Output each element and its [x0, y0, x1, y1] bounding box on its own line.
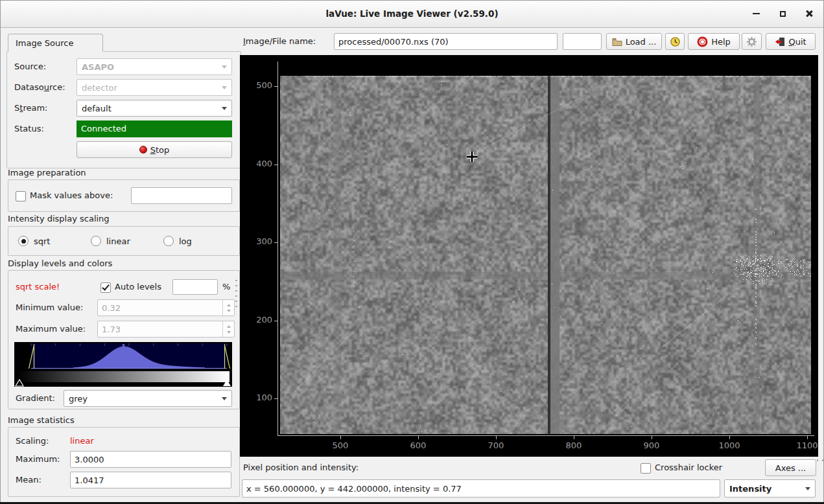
gear-icon [746, 36, 757, 47]
y-tick-label: 100 [244, 393, 272, 402]
status-badge: Connected [77, 120, 232, 137]
load-button[interactable]: Load ... [606, 33, 662, 50]
stats-scaling-value: linear [70, 433, 94, 450]
x-tick-mark [807, 436, 808, 439]
auto-levels-checkbox[interactable] [100, 282, 111, 293]
minimum-value-spinbox [97, 299, 235, 316]
maximize-icon[interactable] [775, 6, 790, 21]
x-tick-mark [496, 436, 497, 439]
image-viewport[interactable]: 10020030040050050060070080090010001100 [240, 55, 818, 457]
x-tick-label: 500 [322, 441, 359, 450]
maximum-value-label: Maximum value: [16, 321, 86, 338]
mask-values-checkbox[interactable] [16, 191, 26, 201]
spin-down-icon [223, 308, 234, 315]
display-levels-title: Display levels and colors [8, 258, 112, 269]
x-tick-mark [418, 436, 419, 439]
stats-maximum-input[interactable] [70, 451, 231, 468]
radio-label: linear [106, 236, 130, 246]
quit-icon [775, 37, 785, 47]
y-tick-mark [274, 242, 277, 243]
frame-index-input[interactable] [563, 33, 602, 50]
crosshair-cursor [465, 150, 478, 163]
y-tick-mark [274, 398, 277, 399]
auto-levels-percent-input[interactable] [172, 279, 218, 295]
chevron-down-icon [805, 487, 810, 493]
y-tick-label: 500 [244, 80, 272, 90]
datasource-combo: detector [77, 79, 232, 96]
stop-button[interactable]: Stop [77, 141, 232, 158]
x-tick-mark [574, 436, 574, 439]
x-tick-label: 1100 [789, 441, 818, 450]
maximum-value-spinbox [97, 321, 235, 338]
folder-icon [612, 38, 622, 46]
minimum-value-input [97, 299, 235, 316]
image-history-button[interactable] [665, 33, 685, 50]
stats-mean-input[interactable] [70, 472, 231, 488]
radio-linear[interactable]: linear [91, 236, 163, 246]
stream-label: Stream: [14, 100, 47, 117]
stats-mean-label: Mean: [16, 472, 41, 488]
scaling-radio-group: sqrtlinearlog [18, 236, 236, 246]
radio-label: sqrt [34, 236, 50, 246]
source-label: Source: [14, 58, 46, 75]
pixel-position-input[interactable] [242, 479, 720, 498]
display-channel-combo[interactable]: Intensity [724, 479, 816, 498]
y-tick-label: 400 [244, 159, 272, 168]
maximum-value-input [97, 321, 235, 338]
x-tick-label: 600 [400, 441, 436, 450]
x-axis-line [277, 435, 814, 436]
mask-values-input[interactable] [131, 187, 232, 204]
settings-button[interactable] [742, 33, 762, 50]
help-button[interactable]: Help [688, 33, 740, 50]
crosshair-locker-checkbox[interactable] [641, 463, 651, 474]
x-tick-label: 800 [556, 441, 592, 450]
window-title: laVue: Live Image Viewer (v2.59.0) [0, 0, 824, 27]
scale-note: sqrt scale! [16, 279, 60, 295]
tab-image-source[interactable]: Image Source [8, 34, 103, 52]
radio-log[interactable]: log [163, 236, 236, 246]
radio-circle [91, 236, 101, 246]
minimize-icon[interactable] [749, 6, 763, 21]
stats-maximum-label: Maximum: [16, 451, 60, 468]
x-tick-label: 700 [478, 441, 514, 450]
y-tick-mark [274, 165, 277, 165]
auto-levels-label: Auto levels [115, 279, 161, 295]
gradient-combo[interactable]: grey [64, 390, 232, 407]
spin-down-icon [223, 329, 234, 337]
file-name-input[interactable] [334, 33, 558, 50]
minimum-value-label: Minimum value: [16, 299, 83, 316]
source-combo: ASAPO [77, 58, 232, 75]
x-tick-mark [340, 436, 341, 439]
image-statistics-title: Image statistics [8, 415, 75, 426]
chevron-down-icon [222, 65, 227, 71]
datasource-label: Datasource: [14, 79, 65, 96]
radio-circle [163, 236, 174, 246]
status-label: Status: [14, 120, 44, 137]
x-tick-label: 1000 [711, 441, 747, 450]
quit-button[interactable]: Quit [766, 33, 816, 50]
title-bar: laVue: Live Image Viewer (v2.59.0) [0, 0, 824, 28]
detector-image[interactable] [280, 76, 811, 434]
percent-sign: % [222, 279, 230, 295]
gradient-label: Gradient: [16, 390, 55, 407]
image-preparation-title: Image preparation [8, 167, 86, 179]
chevron-down-icon [222, 107, 227, 113]
pixel-position-label: Pixel position and intensity: [243, 459, 359, 476]
y-tick-mark [274, 86, 277, 87]
levels-histogram[interactable] [14, 342, 232, 387]
y-tick-label: 300 [244, 236, 272, 246]
chevron-down-icon [222, 86, 227, 92]
splitter-handle-vertical[interactable] [235, 280, 237, 308]
spin-up-icon [223, 300, 234, 308]
radio-sqrt[interactable]: sqrt [18, 236, 91, 246]
stream-combo[interactable]: default [77, 100, 232, 117]
close-icon[interactable] [802, 6, 816, 21]
clock-icon [670, 36, 681, 47]
y-tick-label: 200 [244, 315, 272, 325]
stop-icon [139, 146, 147, 154]
mask-values-label: Mask values above: [30, 187, 113, 204]
x-tick-mark [729, 436, 730, 439]
axes-button[interactable]: Axes ... [765, 459, 816, 476]
x-tick-mark [652, 436, 652, 439]
radio-circle [18, 236, 29, 246]
